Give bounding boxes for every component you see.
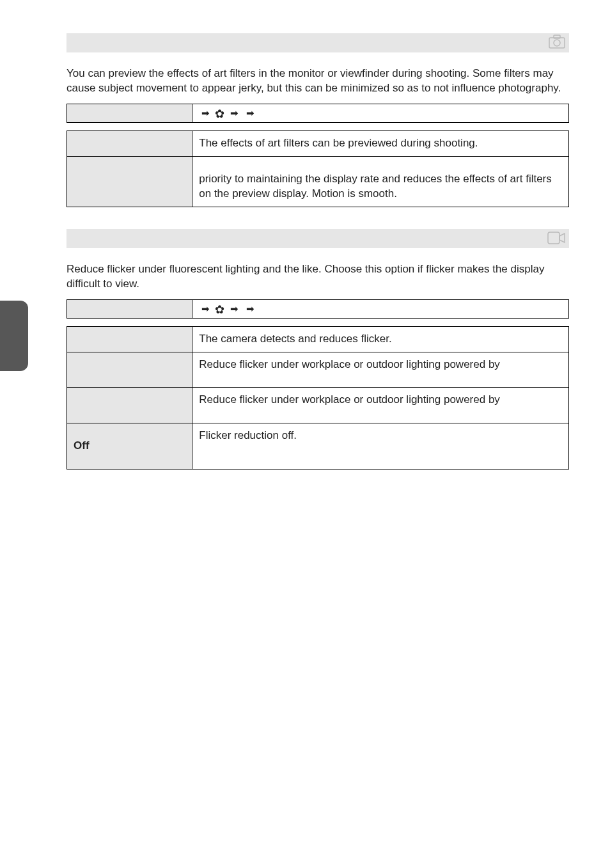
photo-mode-icon xyxy=(549,35,565,52)
menu-path-value: ➡ ✿ ➡ ➡ xyxy=(192,104,569,122)
table-row: Reduce flicker under workplace or outdoo… xyxy=(67,352,569,388)
option-desc: Flicker reduction off. xyxy=(192,423,569,470)
section2-options: The camera detects and reduces flicker. … xyxy=(66,326,569,470)
option-desc: Reduce flicker under workplace or outdoo… xyxy=(192,352,569,388)
arrow-right-icon: ➡ xyxy=(244,303,257,314)
section1-menu-path: ➡ ✿ ➡ ➡ xyxy=(66,104,569,123)
video-mode-icon xyxy=(547,231,565,248)
option-key xyxy=(67,156,192,207)
svg-rect-3 xyxy=(548,232,559,244)
menu-path-label xyxy=(67,299,192,318)
table-row: priority to maintaining the display rate… xyxy=(67,156,569,207)
section2-menu-path: ➡ ✿ ➡ ➡ xyxy=(66,299,569,319)
option-key xyxy=(67,130,192,156)
arrow-right-icon: ➡ xyxy=(228,303,241,314)
menu-path-label xyxy=(67,104,192,122)
menu-path-value: ➡ ✿ ➡ ➡ xyxy=(192,299,569,318)
table-row: Reduce flicker under workplace or outdoo… xyxy=(67,388,569,423)
section1-intro: You can preview the effects of art filte… xyxy=(66,67,569,96)
option-key xyxy=(67,352,192,388)
arrow-right-icon: ➡ xyxy=(199,303,212,314)
arrow-right-icon: ➡ xyxy=(199,107,212,118)
option-key xyxy=(67,388,192,423)
gear-icon: ✿ xyxy=(215,304,224,315)
svg-point-2 xyxy=(554,40,560,46)
svg-rect-1 xyxy=(554,35,560,38)
section1-options: The effects of art filters can be previe… xyxy=(66,130,569,207)
arrow-right-icon: ➡ xyxy=(228,107,241,118)
gear-icon: ✿ xyxy=(215,108,224,120)
option-key xyxy=(67,326,192,352)
option-desc: The camera detects and reduces flicker. xyxy=(192,326,569,352)
option-desc: priority to maintaining the display rate… xyxy=(192,156,569,207)
section-heading-2 xyxy=(66,229,569,248)
section2-intro: Reduce flicker under fluorescent lightin… xyxy=(66,262,569,292)
option-desc: The effects of art filters can be previe… xyxy=(192,130,569,156)
arrow-right-icon: ➡ xyxy=(244,107,257,118)
option-key: Off xyxy=(67,423,192,470)
option-desc: Reduce flicker under workplace or outdoo… xyxy=(192,388,569,423)
table-row: Off Flicker reduction off. xyxy=(67,423,569,470)
table-row: The camera detects and reduces flicker. xyxy=(67,326,569,352)
table-row: The effects of art filters can be previe… xyxy=(67,130,569,156)
section-heading-1 xyxy=(66,33,569,52)
side-tab xyxy=(0,301,28,371)
